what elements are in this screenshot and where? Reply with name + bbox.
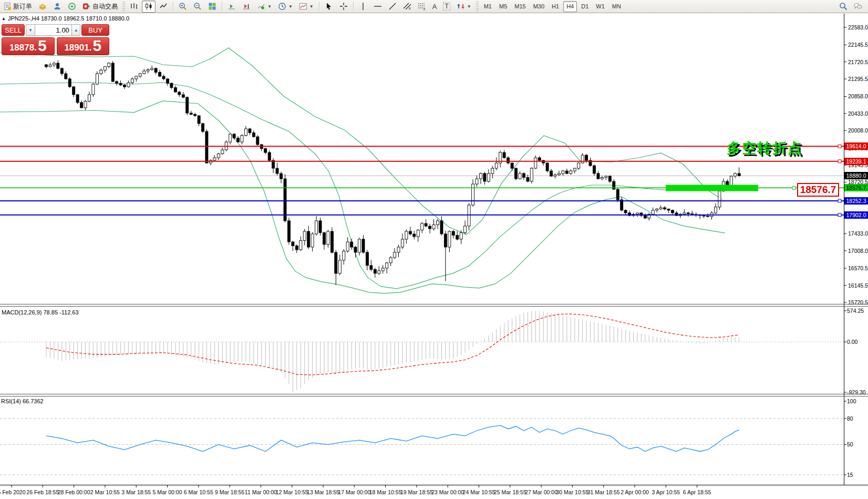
toolbar-separator xyxy=(319,2,319,11)
indicators-caret-icon: ▼ xyxy=(267,4,272,9)
macd-label: MACD(12,26,9) 78.85 -112.63 xyxy=(2,309,79,315)
clock-icon xyxy=(278,2,286,11)
bar-chart-button[interactable] xyxy=(127,1,141,13)
trendline-icon xyxy=(388,2,397,11)
timeframe-w1[interactable]: W1 xyxy=(593,1,608,12)
rsi-label: RSI(14) 66.7362 xyxy=(1,398,44,404)
arrows-tool[interactable]: ▼ xyxy=(454,1,474,13)
toolbar-separator xyxy=(353,2,354,11)
crosshair-button[interactable] xyxy=(337,1,350,13)
text-tool-label: A xyxy=(432,3,437,11)
toolbar-separator xyxy=(222,2,222,11)
profile-icon xyxy=(53,2,61,11)
buy-price-pips: 5 xyxy=(92,38,101,54)
one-click-trading-panel: SELL ▼ ▲ BUY 18878. 5 18901. 5 xyxy=(2,24,109,55)
buy-price-box[interactable]: 18901. 5 xyxy=(57,37,110,55)
chat-icon xyxy=(854,2,862,11)
profile-button[interactable] xyxy=(50,1,64,13)
candlestick-chart-icon xyxy=(144,2,153,11)
crosshair-icon xyxy=(339,2,348,11)
arrows-icon xyxy=(457,2,465,11)
new-order-button[interactable]: 新订单 xyxy=(1,1,35,13)
cursor-button[interactable] xyxy=(322,1,336,13)
chat-button[interactable] xyxy=(851,1,865,13)
tile-windows-icon xyxy=(208,2,216,11)
sell-button[interactable]: SELL xyxy=(2,24,25,36)
timeframe-mn[interactable]: MN xyxy=(609,1,624,12)
zoom-in-button[interactable] xyxy=(176,1,190,13)
toolbar-grip xyxy=(476,2,479,11)
toolbar-grip xyxy=(122,2,125,11)
timeframe-m15[interactable]: M15 xyxy=(511,1,529,12)
templates-button[interactable]: ▼ xyxy=(296,1,316,13)
periods-caret-icon: ▼ xyxy=(288,4,293,9)
auto-trading-label: 自动交易 xyxy=(92,2,118,11)
zoom-out-icon xyxy=(193,2,202,11)
auto-trading-icon xyxy=(82,2,91,11)
auto-scroll-icon xyxy=(228,2,236,11)
vertical-line-icon xyxy=(359,2,367,11)
sell-price-pips: 5 xyxy=(38,38,47,54)
timeframe-d1[interactable]: D1 xyxy=(578,1,592,12)
bar-chart-icon xyxy=(130,2,138,11)
symbol-ohlc-line: JPN225-,H4 18730.0 18962.5 18710.0 18880… xyxy=(8,15,129,22)
periods-button[interactable]: ▼ xyxy=(275,1,295,13)
volume-input[interactable] xyxy=(35,24,71,36)
volume-decrease-button[interactable]: ▼ xyxy=(26,24,35,36)
timeframe-h4[interactable]: H4 xyxy=(563,1,577,12)
label-tool-label: T xyxy=(443,2,450,11)
line-chart-icon xyxy=(159,2,168,11)
text-tool[interactable]: A xyxy=(430,1,440,13)
buy-price-main: 18901. xyxy=(64,43,91,52)
new-order-label: 新订单 xyxy=(13,2,32,11)
channel-icon: E xyxy=(403,2,411,11)
annotation-text[interactable]: 多空转折点 xyxy=(727,139,803,158)
horizontal-line-tool[interactable] xyxy=(371,1,385,13)
new-order-icon xyxy=(3,2,12,11)
horizontal-line-icon xyxy=(374,2,382,11)
indicators-icon xyxy=(257,2,265,11)
search-button[interactable] xyxy=(836,1,850,13)
timeframe-m30[interactable]: M30 xyxy=(530,1,547,12)
chart-shift-icon xyxy=(242,2,251,11)
volume-increase-button[interactable]: ▲ xyxy=(71,24,81,36)
timeframe-switcher: M1M5M15M30H1H4D1W1MN xyxy=(480,1,625,12)
templates-caret-icon: ▼ xyxy=(309,4,314,9)
chart-shift-button[interactable] xyxy=(240,1,253,13)
auto-trading-button[interactable]: 自动交易 xyxy=(80,1,120,13)
sell-price-box[interactable]: 18878. 5 xyxy=(2,37,55,55)
fibonacci-icon: F xyxy=(418,2,426,11)
timeframe-h1[interactable]: H1 xyxy=(549,1,562,12)
templates-icon xyxy=(299,2,307,11)
svg-text:E: E xyxy=(409,7,411,10)
signal-button[interactable] xyxy=(65,1,79,13)
line-chart-button[interactable] xyxy=(157,1,170,13)
toolbar: 新订单 自动交易 xyxy=(0,0,868,13)
svg-text:F: F xyxy=(423,8,426,11)
timeframe-m1[interactable]: M1 xyxy=(481,1,495,12)
timeframe-m5[interactable]: M5 xyxy=(496,1,510,12)
market-watch-icon xyxy=(38,2,47,11)
trendline-tool[interactable] xyxy=(386,1,399,13)
candlestick-chart-button[interactable] xyxy=(142,1,156,13)
buy-button[interactable]: BUY xyxy=(81,24,109,36)
chart-header: ▲ JPN225-,H4 18730.0 18962.5 18710.0 188… xyxy=(2,15,129,22)
text-label-tool[interactable]: T xyxy=(440,1,452,13)
cursor-icon xyxy=(325,2,333,11)
price-label-box[interactable]: 18576.7 xyxy=(797,183,839,197)
mt4-window: 22583.022145.521720.521295.520858.020433… xyxy=(0,0,868,499)
search-icon xyxy=(839,2,848,11)
vertical-line-tool[interactable] xyxy=(356,1,370,13)
tile-windows-button[interactable] xyxy=(205,1,219,13)
auto-scroll-button[interactable] xyxy=(225,1,239,13)
channel-tool[interactable]: E xyxy=(400,1,414,13)
sell-price-main: 18878. xyxy=(9,43,37,52)
zoom-in-icon xyxy=(179,2,187,11)
chart-canvas[interactable] xyxy=(0,0,868,499)
market-watch-button[interactable] xyxy=(36,1,49,13)
zoom-out-button[interactable] xyxy=(191,1,204,13)
signal-icon xyxy=(68,2,76,11)
indicators-button[interactable]: ▼ xyxy=(254,1,274,13)
toolbar-separator xyxy=(173,2,173,11)
fibonacci-tool[interactable]: F xyxy=(415,1,429,13)
